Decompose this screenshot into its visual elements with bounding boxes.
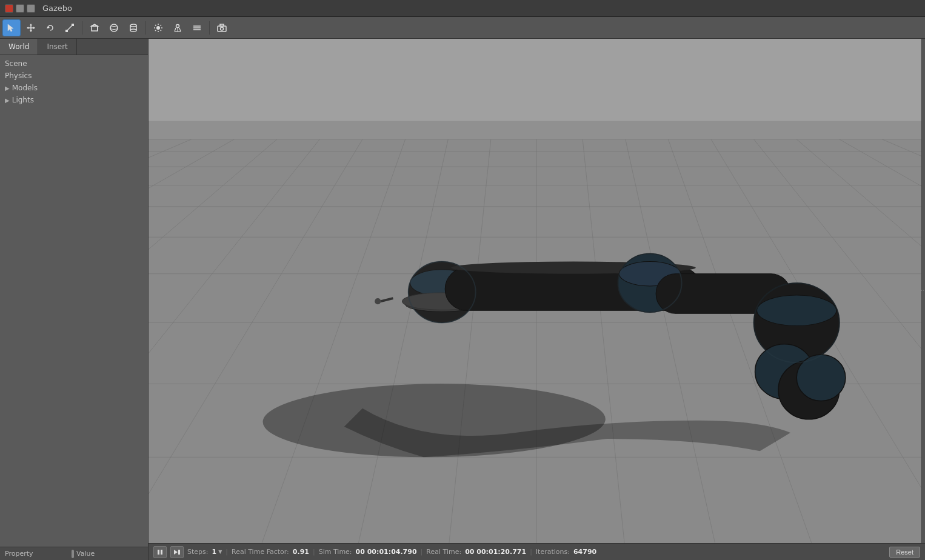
cursor-icon xyxy=(7,23,16,33)
tree-panel: Scene Physics ▶ Models ▶ Lights xyxy=(0,55,148,547)
left-panel: World Insert Scene Physics ▶ Models ▶ Li… xyxy=(0,39,149,560)
svg-line-27 xyxy=(161,25,162,26)
iterations-label: Iterations: xyxy=(536,548,570,556)
select-tool-button[interactable] xyxy=(2,19,21,36)
svg-point-87 xyxy=(375,298,381,304)
toolbar xyxy=(0,17,925,39)
tab-world[interactable]: World xyxy=(0,39,38,55)
svg-marker-0 xyxy=(8,24,13,32)
real-time-factor-value: 0.91 xyxy=(293,548,309,556)
svg-rect-92 xyxy=(161,550,162,555)
svg-line-26 xyxy=(161,30,162,31)
svg-line-30 xyxy=(175,28,176,32)
svg-marker-12 xyxy=(92,24,98,26)
property-col-header: Property xyxy=(2,550,74,558)
svg-rect-9 xyxy=(72,24,74,26)
cylinder-icon xyxy=(129,23,138,33)
models-label: Models xyxy=(12,84,38,92)
svg-rect-10 xyxy=(65,30,68,32)
sep1: | xyxy=(225,548,228,556)
value-col-header: Value xyxy=(74,550,145,558)
scale-icon xyxy=(65,23,75,33)
directional-light-button[interactable] xyxy=(188,19,206,36)
svg-rect-42 xyxy=(149,121,925,139)
directional-light-icon xyxy=(192,23,202,33)
svg-marker-4 xyxy=(30,30,32,32)
scene-label: Scene xyxy=(5,59,27,68)
sphere-shape-button[interactable] xyxy=(105,19,123,36)
sep4: | xyxy=(530,548,532,556)
steps-control: 1 ▼ xyxy=(212,548,222,556)
sep3: | xyxy=(421,548,423,556)
pause-icon xyxy=(156,548,164,556)
translate-icon xyxy=(26,23,36,33)
maximize-button[interactable] xyxy=(27,4,35,13)
svg-point-82 xyxy=(757,295,837,325)
title-bar: Gazebo xyxy=(0,0,925,17)
svg-rect-94 xyxy=(178,550,180,555)
tree-item-scene[interactable]: Scene xyxy=(0,58,148,70)
spot-light-icon xyxy=(173,23,182,33)
iterations-value: 64790 xyxy=(573,548,596,556)
camera-button[interactable] xyxy=(213,19,231,36)
app-body: World Insert Scene Physics ▶ Models ▶ Li… xyxy=(0,17,925,560)
viewport-svg xyxy=(149,39,925,543)
viewport-container: ⋮ Steps: 1 xyxy=(149,39,925,560)
svg-marker-6 xyxy=(33,27,35,29)
sim-time-value: 00 00:01:04.790 xyxy=(356,548,417,556)
models-arrow: ▶ xyxy=(5,85,10,92)
svg-point-29 xyxy=(176,24,179,27)
separator-2 xyxy=(145,21,146,35)
rotate-icon xyxy=(45,23,55,33)
app-title: Gazebo xyxy=(42,4,72,13)
rotate-tool-button[interactable] xyxy=(41,19,59,36)
real-time-label: Real Time: xyxy=(426,548,461,556)
separator-3 xyxy=(209,21,210,35)
cylinder-shape-button[interactable] xyxy=(124,19,142,36)
pause-button[interactable] xyxy=(153,546,167,558)
reset-button[interactable]: Reset xyxy=(889,547,920,558)
step-button[interactable] xyxy=(170,546,184,558)
separator-1 xyxy=(82,21,82,35)
svg-point-14 xyxy=(110,24,118,32)
point-light-icon xyxy=(153,23,163,33)
content-area: World Insert Scene Physics ▶ Models ▶ Li… xyxy=(0,39,925,560)
physics-label: Physics xyxy=(5,72,32,80)
svg-marker-3 xyxy=(30,24,32,25)
tree-item-physics[interactable]: Physics xyxy=(0,70,148,82)
resize-dots: ⋮ xyxy=(921,288,925,294)
scale-tool-button[interactable] xyxy=(61,19,79,36)
svg-line-28 xyxy=(155,30,156,31)
viewport-right-handle[interactable]: ⋮ xyxy=(921,39,925,543)
sphere-icon xyxy=(109,23,119,33)
tree-item-models[interactable]: ▶ Models xyxy=(0,82,148,94)
status-bar: Steps: 1 ▼ | Real Time Factor: 0.91 | Si… xyxy=(149,543,925,560)
3d-viewport[interactable]: ⋮ xyxy=(149,39,925,543)
camera-icon xyxy=(217,23,227,33)
close-button[interactable] xyxy=(5,4,13,13)
column-resize-handle[interactable] xyxy=(72,550,74,558)
real-time-value: 00 00:01:20.771 xyxy=(465,548,526,556)
box-shape-button[interactable] xyxy=(85,19,104,36)
steps-label: Steps: xyxy=(187,548,208,556)
tab-insert[interactable]: Insert xyxy=(38,39,76,55)
steps-value: 1 xyxy=(212,548,216,556)
svg-point-20 xyxy=(156,26,160,30)
tab-bar: World Insert xyxy=(0,39,148,55)
svg-marker-5 xyxy=(27,27,28,29)
sep2: | xyxy=(313,548,315,556)
svg-point-38 xyxy=(221,27,224,30)
translate-tool-button[interactable] xyxy=(22,19,40,36)
window-controls xyxy=(5,4,35,13)
property-header: Property Value xyxy=(0,547,148,560)
tree-item-lights[interactable]: ▶ Lights xyxy=(0,94,148,106)
step-icon xyxy=(173,548,181,556)
spot-light-button[interactable] xyxy=(169,19,187,36)
steps-dropdown-arrow[interactable]: ▼ xyxy=(218,549,222,555)
svg-marker-7 xyxy=(47,26,50,28)
svg-marker-93 xyxy=(174,550,178,555)
svg-point-15 xyxy=(110,26,118,29)
minimize-button[interactable] xyxy=(16,4,24,13)
point-light-button[interactable] xyxy=(149,19,167,36)
svg-rect-91 xyxy=(158,550,159,555)
